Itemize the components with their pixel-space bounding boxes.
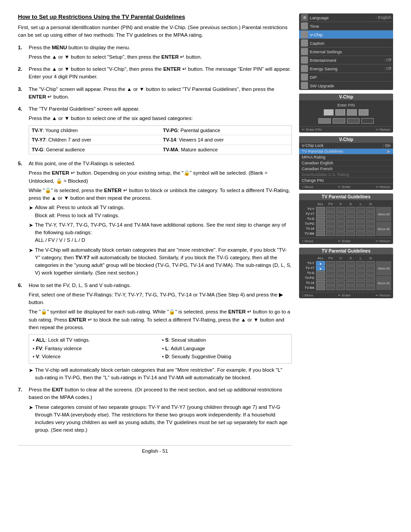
setup-row-label: Language [310,15,374,20]
setup-row-external: External Settings [299,47,393,56]
table-row: TV-Y7: Children 7 and over TV-14: Viewer… [29,135,292,145]
step-5-num: 5. [18,160,25,279]
arrow-symbol: ➤ [29,403,33,434]
sub-ratings-table: • ALL: Lock all TV ratings. • FV: Fantas… [29,334,292,364]
steps-list: 1. Press the MENU button to display the … [18,44,292,436]
menu-row-label: TV Parental Guidelines [302,149,343,154]
gear-icon: ⚙ [301,14,308,21]
tvpg-title-2: TV Parental Guidelines [299,248,393,254]
vchip-menu-title: V-Chip [299,136,393,143]
setup-row-entertainment: Entertainment : Off [299,56,393,64]
block-all-btn: Block All [376,276,391,290]
arrow-symbol: ➤ [29,221,33,245]
setup-row-value: : Off [384,58,391,62]
step-1-line-2: Press the ▲ or ▼ button to select "Setup… [29,53,292,61]
sub-rating-item: • L: Adult Language [162,345,288,352]
table-row: TV-G: General audience TV-MA: Mature aud… [29,145,292,154]
step-5-arrow-2: ➤ The TV-Y, TV-Y7, TV-G, TV-PG, TV-14 an… [29,221,292,245]
spacer-icon [301,31,308,38]
main-content: How to Set up Restrictions Using the TV … [18,13,292,454]
setup-row-value: : English [376,15,391,20]
menu-row-canfrench: Canadian French [299,166,393,172]
spacer-icon [301,39,308,47]
step-6-para-2: The "🔒" symbol will be displayed for eac… [29,308,292,331]
menu-row-label: Canadian French [302,167,333,171]
sub-rating-item: • FV: Fantasy violence [33,345,158,352]
arrow-content: The TV-Y, TV-Y7, TV-G, TV-PG, TV-14 and … [35,221,292,245]
sub-ratings-col-1: • ALL: Lock all TV ratings. • FV: Fantas… [33,336,158,361]
step-1-line-1: Press the MENU button to display the men… [29,44,292,51]
page-title: How to Set up Restrictions Using the TV … [18,13,292,20]
pin-box-1 [324,109,334,116]
arrow-symbol: ➤ [29,366,33,382]
step-5-arrow-3: ➤ The V-Chip will automatically block ce… [29,246,292,277]
table-cell: TV-14: Viewers 14 and over [160,135,292,145]
step-5-para-2: While "🔒" is selected, press the ENTER ↵… [29,187,292,202]
table-cell: TV-PG: Parental guidance [160,125,292,135]
pin-box-4 [359,109,368,116]
spacer-icon [301,73,308,81]
setup-row-label: V-Chip [310,32,390,37]
footer-move: ↕ Move [302,239,313,243]
tvpg-grid-1: ALL FV V S L D TV-Y TV-Y7 TV-G TV-PG TV-… [299,200,393,238]
sub-ratings-col-2: • S: Sexual situation • L: Adult Languag… [162,336,288,361]
tvpg-grid-2: ALL FV V S L G TV-Y TV-Y7 TV-G TV-PG TV-… [299,254,393,292]
allow-all-btn: Allow All [376,261,391,275]
step-6-num: 6. [18,282,25,384]
menu-row-label: Downloadable U.S. Rating [302,172,349,177]
arrow-symbol: ➤ [29,204,33,219]
table-cell: TV-Y7: Children 7 and over [29,135,161,145]
spacer-icon [301,56,308,64]
spacer-icon [301,65,308,72]
step-2: 2. Press the ▲ or ▼ button to select "V-… [18,65,292,83]
footer-enter: ↵ Enter [338,293,351,297]
page-container: How to Set up Restrictions Using the TV … [18,13,393,454]
allow-all-btn: Allow All [376,207,391,221]
vchip-pin-panel: V-Chip Enter PIN ↵ Enter PIN ↩ [299,94,393,133]
step-5-arrow-1: ➤ Allow all: Press to unlock all TV rati… [29,204,292,219]
intro-text: First, set up a personal identification … [18,24,292,39]
tvpg-panel-1: TV Parental Guidelines ALL FV V S L D TV… [299,193,393,244]
sub-rating-item: • V: Violence [33,353,158,360]
step-2-body: Press the ▲ or ▼ button to select "V-Chi… [29,65,292,83]
footer-return: ↩ Return [376,128,390,132]
menu-row-arrow: ▶ [387,149,390,154]
setup-row-label: Entertainment [310,58,382,63]
footer-enter: ↵ Enter PIN [302,128,321,132]
setup-panel: ⚙ Language : English Time V-Chip Caption [299,13,393,90]
page-number: English - 51 [18,445,292,454]
step-3-body: The "V-Chip" screen will appear. Press t… [29,86,292,103]
vchip-pin-area: Enter PIN [299,100,393,126]
setup-row-label: SW Upgrade [310,83,390,88]
setup-row-dip: DIP [299,73,393,82]
sub-rating-item: • D: Sexually Suggestive Dialog [162,353,288,360]
step-2-line-1: Press the ▲ or ▼ button to select "V-Chi… [29,65,292,81]
menu-row-label: MPAA Rating [302,155,325,159]
spacer-icon [301,48,308,55]
setup-row-label: Caption [310,41,390,46]
step-6-line-1: How to set the FV, D, L, S and V sub-rat… [29,282,292,289]
spacer-icon [301,82,308,89]
menu-row-lock: V-Chip Lock : On [299,143,393,149]
footer-enter: ↵ Enter [338,239,351,243]
step-2-num: 2. [18,65,25,83]
arrow-symbol: ➤ [29,246,33,277]
step-5: 5. At this point, one of the TV-Ratings … [18,160,292,279]
step-5-para-1: Press the ENTER ↵ button. Depending on y… [29,169,292,185]
setup-row-label: Energy Saving [310,66,382,71]
step-4-line-1: The "TV Parental Guidelines" screen will… [29,105,292,113]
arrow-content: These categories consist of two separate… [35,403,292,434]
table-row: TV-Y: Young children TV-PG: Parental gui… [29,125,292,135]
menu-row-canenglish: Canadian English [299,160,393,166]
step-6-arrow-1: ➤ The V-chip will automatically block ce… [29,366,292,382]
setup-row-language: ⚙ Language : English [299,13,393,22]
tvpg-footer-1: ↕ Move ↵ Enter ↩ Return [299,238,393,244]
footer-return: ↩ Return [376,239,390,243]
step-1: 1. Press the MENU button to display the … [18,44,292,63]
step-4-body: The "TV Parental Guidelines" screen will… [29,105,292,157]
table-cell: TV-G: General audience [29,145,161,154]
vchip-pin-title: V-Chip [299,94,393,100]
tvpg-footer-2: ↕ Move ↵ Enter ↩ Return [299,292,393,298]
step-5-line-1: At this point, one of the TV-Ratings is … [29,160,292,167]
setup-row-energy: Energy Saving : Off [299,64,393,73]
